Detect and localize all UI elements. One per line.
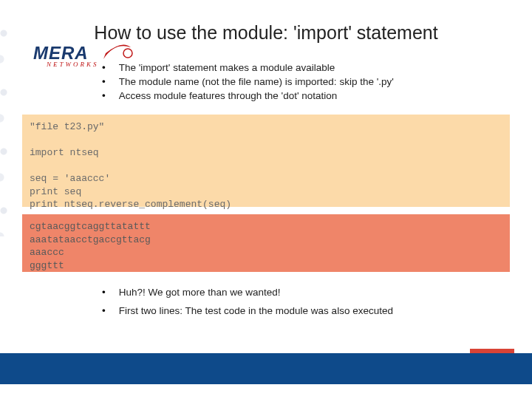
svg-point-0 bbox=[123, 49, 132, 58]
list-item: Huh?! We got more than we wanted! bbox=[102, 287, 393, 298]
list-item: First two lines: The test code in the mo… bbox=[102, 305, 393, 316]
footer-accent bbox=[470, 349, 514, 353]
list-item: Access module features through the 'dot'… bbox=[102, 90, 394, 101]
code-block-output: cgtaacggtcaggttatattt aaatataacctgaccgtt… bbox=[22, 214, 510, 272]
bullet-list-top: The 'import' statement makes a module av… bbox=[102, 62, 394, 104]
logo: MERA NETWORKS bbox=[33, 43, 99, 68]
page-title: How to use the module: 'import' statemen… bbox=[0, 22, 532, 44]
code-block-source: "file t23.py" import ntseq seq = 'aaaccc… bbox=[22, 115, 510, 207]
bullet-list-bottom: Huh?! We got more than we wanted! First … bbox=[102, 287, 393, 324]
list-item: The 'import' statement makes a module av… bbox=[102, 62, 394, 73]
footer-bar bbox=[0, 353, 532, 384]
logo-main: MERA bbox=[33, 43, 89, 63]
list-item: The module name (not the file name) is i… bbox=[102, 76, 394, 87]
